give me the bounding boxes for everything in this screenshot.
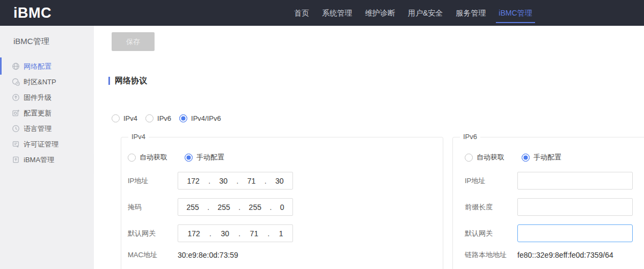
radio-label: IPv4/IPv6 [191,114,221,122]
ibma-package-icon [12,156,20,164]
dot-separator: . [265,177,267,185]
radio-ipv6[interactable]: IPv6 [145,114,171,122]
octet: 255 [249,203,261,212]
ibmc-logo: iBMC [13,0,52,26]
octet: 1 [279,229,283,238]
ipv4-netmask-row: 掩码 255.255.255.0 [128,198,443,216]
sidebar-item-ibma-management[interactable]: iBMA管理 [0,152,94,168]
nav-user-security[interactable]: 用户&安全 [405,0,445,26]
dot-separator: . [209,229,211,238]
nav-home[interactable]: 首页 [291,0,312,26]
sidebar-item-label: 许可证管理 [24,140,58,149]
ipv6-panel: IPv6 自动获取 手动配置 IP地址 前 [452,137,644,269]
field-label: 掩码 [128,202,178,212]
octet: 30 [275,177,284,185]
radio-checked-icon[interactable] [179,114,187,122]
radio-ipv4[interactable]: IPv4 [112,114,137,122]
octet: 30 [221,229,229,238]
ipv4-legend: IPv4 [128,133,149,141]
field-label: IP地址 [465,176,517,186]
sidebar-item-language-management[interactable]: 语言管理 [0,121,94,136]
ipv4-ip-address-row: IP地址 172.30.71.30 [128,172,443,190]
sidebar-item-firmware-upgrade[interactable]: 固件升级 [0,90,94,105]
radio-icon[interactable] [128,154,136,162]
link-local-address-value: fe80::32e9:8eff:fe0d:7359/64 [517,251,613,259]
field-label: IP地址 [128,176,178,186]
license-icon [12,140,20,148]
radio-checked-icon[interactable] [522,154,530,162]
field-label: 默认网关 [465,229,517,238]
sidebar-item-config-update[interactable]: 配置更新 [0,105,94,121]
sidebar-item-network-config[interactable]: 网络配置 [0,59,94,74]
ipv4-gateway-input[interactable]: 172.30.71.1 [178,224,293,242]
dot-separator: . [269,203,272,212]
radio-label: 手动配置 [196,152,224,162]
ipv6-mode-radio-group: 自动获取 手动配置 [465,153,644,162]
ipv4-netmask-input[interactable]: 255.255.255.0 [178,198,293,216]
field-label: 默认网关 [128,229,178,238]
ipv4-mode-radio-group: 自动获取 手动配置 [128,153,443,162]
ipv6-radio-manual[interactable]: 手动配置 [522,152,561,162]
nav-service-management[interactable]: 服务管理 [453,0,488,26]
radio-icon[interactable] [145,114,153,122]
ipv4-mac-row: MAC地址 30:e9:8e:0d:73:59 [128,250,443,260]
ipv6-gateway-input[interactable] [517,224,633,242]
sidebar-item-timezone-ntp[interactable]: 时区&NTP [0,74,94,90]
nav-system-management[interactable]: 系统管理 [319,0,355,26]
ipv6-radio-auto[interactable]: 自动获取 [465,152,504,162]
ipv6-prefix-length-input[interactable] [517,198,633,216]
dot-separator: . [238,203,240,212]
sidebar-item-label: 配置更新 [24,108,52,118]
ipv6-link-local-row: 链路本地地址 fe80::32e9:8eff:fe0d:7359/64 [465,250,644,260]
octet: 71 [247,177,256,185]
dot-separator: . [236,177,238,185]
field-label: MAC地址 [128,250,178,260]
topbar: iBMC 首页 系统管理 维护诊断 用户&安全 服务管理 iBMC管理 [0,0,644,26]
language-icon [12,125,20,133]
octet: 172 [187,229,200,238]
octet: 255 [218,203,230,212]
radio-checked-icon[interactable] [185,154,193,162]
nav-ibmc-management[interactable]: iBMC管理 [496,0,535,26]
sidebar-title: iBMC管理 [0,26,94,47]
mac-address-value: 30:e9:8e:0d:73:59 [178,251,238,259]
radio-label: IPv6 [157,114,171,122]
section-accent-bar [108,77,110,85]
ipv4-radio-auto[interactable]: 自动获取 [128,152,167,162]
ipv6-legend: IPv6 [460,133,480,141]
dot-separator: . [238,229,240,238]
sidebar-item-label: 固件升级 [24,93,52,103]
timezone-clock-icon [12,78,20,86]
radio-icon[interactable] [465,154,473,162]
radio-label: 手动配置 [533,152,561,162]
octet: 172 [187,177,199,185]
radio-icon[interactable] [112,114,120,122]
nav-maintenance-diagnosis[interactable]: 维护诊断 [362,0,398,26]
ipv4-ip-address-input[interactable]: 172.30.71.30 [178,172,293,190]
sidebar-item-label: 语言管理 [24,124,52,134]
sidebar: iBMC管理 网络配置 时区&NTP 固件升级 [0,26,94,269]
ipv6-prefix-length-row: 前缀长度 [465,198,644,216]
ipv6-ip-address-row: IP地址 [465,172,644,190]
field-label: 链路本地地址 [465,250,517,260]
radio-label: IPv4 [123,114,137,122]
save-button[interactable]: 保存 [112,32,155,51]
config-update-icon [12,109,20,117]
field-label: 前缀长度 [465,202,517,212]
octet: 255 [186,203,199,212]
section-title-text: 网络协议 [115,76,147,86]
dot-separator: . [207,203,209,212]
sidebar-item-label: iBMA管理 [24,155,54,165]
ibmc-management-page: iBMC 首页 系统管理 维护诊断 用户&安全 服务管理 iBMC管理 iBMC… [0,0,644,269]
sidebar-item-license-management[interactable]: 许可证管理 [0,136,94,152]
sidebar-item-label: 时区&NTP [24,77,56,87]
firmware-upgrade-icon [12,93,20,101]
radio-ipv4-ipv6[interactable]: IPv4/IPv6 [179,114,221,122]
globe-icon [12,62,20,70]
ipv4-gateway-row: 默认网关 172.30.71.1 [128,224,443,242]
ipv4-radio-manual[interactable]: 手动配置 [185,152,224,162]
ipv6-gateway-row: 默认网关 [465,224,644,242]
ipv6-ip-address-input[interactable] [517,172,633,190]
sidebar-item-label: 网络配置 [24,62,52,71]
ipv4-panel: IPv4 自动获取 手动配置 IP地址 172.30.71.30 [121,137,443,269]
